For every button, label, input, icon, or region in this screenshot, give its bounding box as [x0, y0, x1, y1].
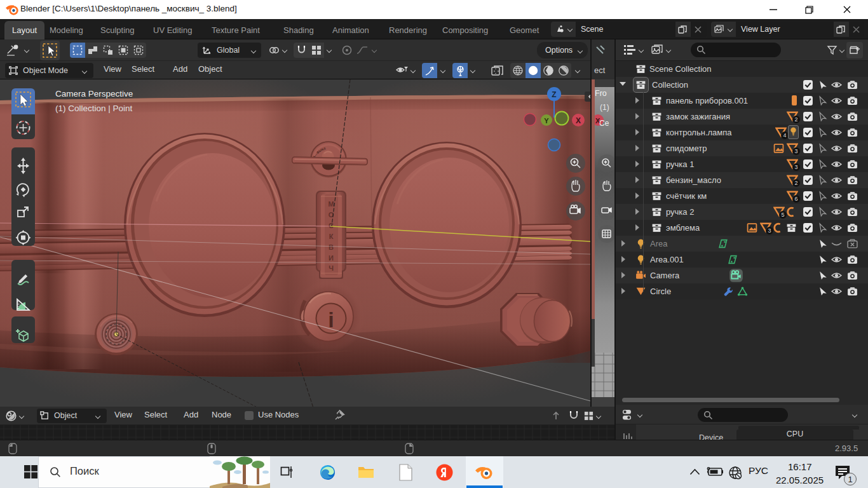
svg-text:Fro: Fro — [595, 89, 607, 98]
svg-text:Z: Z — [552, 90, 556, 99]
svg-text:С: С — [329, 222, 334, 229]
svg-text:И: И — [329, 254, 334, 262]
svg-text:Camera Perspective: Camera Perspective — [55, 89, 133, 98]
svg-text:Y: Y — [544, 117, 549, 125]
svg-text:(1): (1) — [600, 103, 609, 112]
svg-text:Ce: Ce — [599, 119, 609, 128]
svg-text:М: М — [328, 200, 334, 208]
svg-text:X: X — [576, 116, 581, 125]
svg-text:К: К — [329, 233, 334, 240]
svg-text:Ч: Ч — [329, 264, 334, 272]
svg-text:(1) Collection | Point: (1) Collection | Point — [55, 104, 133, 113]
svg-text:В: В — [329, 243, 334, 251]
svg-text:ect: ect — [594, 65, 606, 75]
